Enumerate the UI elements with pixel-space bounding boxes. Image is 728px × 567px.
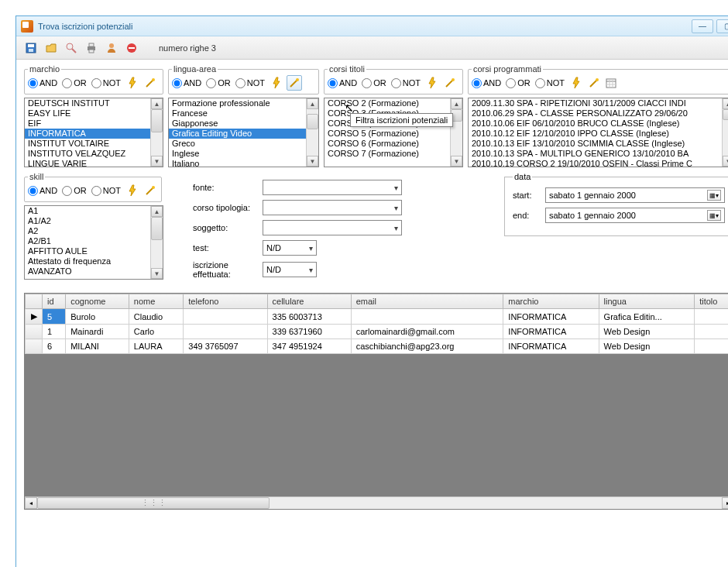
scrollbar[interactable]: ▲▼ (150, 206, 163, 279)
soggetto-combo[interactable] (263, 220, 402, 235)
marchio-and[interactable]: AND (28, 78, 57, 88)
lingua-not[interactable]: NOT (235, 78, 265, 88)
wand-icon[interactable] (143, 183, 158, 198)
corsi-prog-and[interactable]: AND (472, 78, 501, 88)
scrollbar[interactable]: ▲▼ (450, 98, 462, 167)
lightning-icon[interactable] (425, 75, 441, 91)
print-icon[interactable] (83, 40, 100, 57)
wand-icon[interactable] (143, 75, 158, 91)
search-icon[interactable] (63, 40, 80, 57)
list-item[interactable]: A1/A2 (25, 216, 150, 226)
maximize-button[interactable]: ▢ (716, 19, 728, 33)
list-item[interactable]: 2010.10.13 EIF 13/10/2010 SCIMMIA CLASSE… (469, 139, 722, 149)
end-datepicker[interactable]: sabato 1 gennaio 2000▦▾ (545, 208, 725, 223)
list-item[interactable]: EASY LIFE (25, 108, 150, 119)
column-header[interactable]: nome (129, 294, 183, 309)
filter-wand-icon[interactable] (287, 75, 302, 91)
table-row[interactable]: 1MainardiCarlo339 6371960carlomainardi@g… (26, 325, 729, 339)
lingua-listbox[interactable]: Formazione professionaleFranceseGiappone… (168, 98, 319, 167)
calendar-icon[interactable]: ▦▾ (707, 190, 721, 201)
list-item[interactable]: AFFITTO AULE (25, 246, 150, 256)
list-item[interactable]: INSTITUTO VELAZQUEZ (25, 149, 150, 159)
corso-tipologia-combo[interactable] (263, 200, 402, 215)
marchio-not[interactable]: NOT (91, 78, 121, 88)
scrollbar[interactable]: ▲▼ (722, 98, 728, 167)
wand-icon[interactable] (586, 75, 602, 91)
corsi-titoli-not[interactable]: NOT (391, 78, 421, 88)
list-item[interactable]: CORSO 7 (Formazione) (325, 149, 450, 159)
list-item[interactable]: Formazione professionale (169, 98, 306, 108)
marchio-listbox[interactable]: DEUTSCH INSTITUTEASY LIFEEIFINFORMATICAI… (24, 98, 163, 167)
list-item[interactable]: 2010.10.06 EIF 06/10/2010 BRUCO CLASSE (… (469, 119, 722, 129)
list-item[interactable]: CORSO 5 (Formazione) (325, 129, 450, 139)
marchio-or[interactable]: OR (62, 78, 87, 88)
lingua-and[interactable]: AND (172, 78, 201, 88)
list-item[interactable]: Greco (169, 139, 306, 149)
list-item[interactable]: 2010.10.12 EIF 12/10/2010 IPPO CLASSE (I… (469, 129, 722, 139)
column-header[interactable]: lingua (599, 294, 695, 309)
corsi-titoli-or[interactable]: OR (362, 78, 386, 88)
wand-icon[interactable] (442, 75, 458, 91)
iscrizione-combo[interactable]: N/D (263, 262, 317, 277)
horizontal-scrollbar[interactable]: ◂ ⋮⋮⋮ ▸ (25, 497, 728, 509)
list-item[interactable]: LINGUE VARIE (25, 159, 150, 167)
lightning-icon[interactable] (125, 183, 141, 198)
column-header[interactable]: id (43, 294, 66, 309)
scrollbar[interactable]: ▲▼ (150, 98, 163, 167)
column-header[interactable]: email (351, 294, 503, 309)
list-item[interactable]: Inglese (169, 149, 306, 159)
minimize-button[interactable]: — (692, 19, 713, 33)
calendar-grid-icon[interactable] (603, 75, 619, 91)
list-item[interactable]: A1 (25, 206, 150, 216)
lightning-icon[interactable] (125, 75, 141, 91)
column-header[interactable]: marchio (503, 294, 599, 309)
list-item[interactable]: 2009.11.30 SPA - RIPETIZIONI 30/11/2009 … (469, 98, 722, 108)
column-header[interactable]: cellulare (267, 294, 351, 309)
list-item[interactable]: INFORMATICA (25, 129, 150, 139)
list-item[interactable]: Attestato di frequenza (25, 256, 150, 266)
list-item[interactable]: AVANZATO (25, 266, 150, 277)
list-item[interactable]: CORSO 2 (Formazione) (325, 98, 450, 108)
start-datepicker[interactable]: sabato 1 gennaio 2000▦▾ (545, 187, 725, 203)
scrollbar[interactable]: ▲▼ (306, 98, 318, 167)
list-item[interactable]: EIF (25, 119, 150, 129)
skill-not[interactable]: NOT (91, 186, 121, 196)
corsi-titoli-and[interactable]: AND (328, 78, 357, 88)
skill-or[interactable]: OR (62, 186, 87, 196)
list-item[interactable]: Italiano (169, 159, 306, 167)
list-item[interactable]: 2010.10.13 SPA - MULTIPLO GENERICO 13/10… (469, 149, 722, 159)
list-item[interactable]: A2/B1 (25, 236, 150, 246)
column-header[interactable]: cognome (66, 294, 129, 309)
save-icon[interactable] (22, 40, 39, 57)
list-item[interactable]: Francese (169, 108, 306, 119)
list-item[interactable]: DEUTSCH INSTITUT (25, 98, 150, 108)
table-row[interactable]: ▶5BuroloClaudio335 6003713INFORMATICAGra… (26, 309, 729, 325)
list-item[interactable]: 2010.10.19 CORSO 2 19/10/2010 OSFIN - Cl… (469, 159, 722, 167)
list-item[interactable]: Giapponese (169, 119, 306, 129)
lightning-icon[interactable] (270, 75, 285, 91)
open-icon[interactable] (43, 40, 60, 57)
test-combo[interactable]: N/D (263, 240, 317, 256)
results-grid[interactable]: idcognomenometelefonocellulareemailmarch… (24, 293, 728, 510)
column-header[interactable]: telefono (184, 294, 267, 309)
fonte-combo[interactable] (263, 180, 402, 195)
list-item[interactable]: A2 (25, 226, 150, 236)
delete-icon[interactable] (123, 40, 140, 57)
table-row[interactable]: 6MILANILAURA349 3765097347 4951924caschi… (26, 339, 729, 354)
list-item[interactable]: 2010.06.29 SPA - CLASSE PERSONALIZZATO 2… (469, 108, 722, 119)
calendar-icon[interactable]: ▦▾ (707, 210, 721, 221)
list-item[interactable]: CORSO 6 (Formazione) (325, 139, 450, 149)
skill-and[interactable]: AND (28, 186, 57, 196)
user-icon[interactable] (103, 40, 120, 57)
svg-rect-10 (129, 47, 135, 49)
corsi-prog-listbox[interactable]: 2009.11.30 SPA - RIPETIZIONI 30/11/2009 … (468, 98, 728, 167)
lingua-or[interactable]: OR (206, 78, 231, 88)
list-item[interactable]: INSTITUT VOLTAIRE (25, 139, 150, 149)
corsi-prog-not[interactable]: NOT (535, 78, 565, 88)
corsi-titoli-listbox[interactable]: CORSO 2 (Formazione)CORSO 3 (Formazione)… (324, 98, 463, 167)
list-item[interactable]: Grafica Editing Video (169, 129, 306, 139)
column-header[interactable]: titolo (695, 294, 728, 309)
lightning-icon[interactable] (569, 75, 585, 91)
corsi-prog-or[interactable]: OR (506, 78, 531, 88)
skill-listbox[interactable]: A1A1/A2A2A2/B1AFFITTO AULEAttestato di f… (24, 205, 163, 280)
